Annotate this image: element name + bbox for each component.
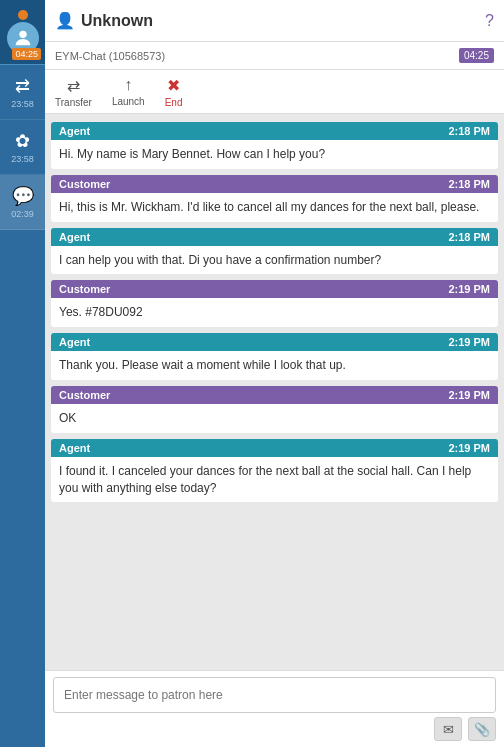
message-sender: Agent [59,442,90,454]
message-sender: Agent [59,125,90,137]
sidebar-item-chat[interactable]: 💬 02:39 [0,175,45,230]
agent-label-row: Agent2:18 PM [51,122,498,140]
header-right: ? [485,12,494,30]
message-time: 2:19 PM [448,442,490,454]
online-indicator [18,10,28,20]
message-block: Customer2:18 PMHi, this is Mr. Wickham. … [51,175,498,222]
customer-label-row: Customer2:19 PM [51,386,498,404]
chat-icon: 💬 [12,185,34,207]
agent-label-row: Agent2:18 PM [51,228,498,246]
message-text: Thank you. Please wait a moment while I … [51,351,498,380]
message-text: Hi, this is Mr. Wickham. I'd like to can… [51,193,498,222]
launch-button[interactable]: ↑ Launch [112,76,145,107]
message-text: Yes. #78DU092 [51,298,498,327]
message-text: I can help you with that. Di you have a … [51,246,498,275]
chat-area: Agent2:18 PMHi. My name is Mary Bennet. … [45,114,504,670]
sidebar-time-2: 23:58 [11,154,34,164]
input-area: ✉ 📎 [45,670,504,747]
message-block: Agent2:19 PMThank you. Please wait a mom… [51,333,498,380]
sidebar-time-1: 23:58 [11,99,34,109]
sidebar-item-transfer[interactable]: ⇄ 23:58 [0,65,45,120]
end-button[interactable]: ✖ End [165,76,183,108]
message-text: Hi. My name is Mary Bennet. How can I he… [51,140,498,169]
user-icon: 👤 [55,11,75,30]
launch-label: Launch [112,96,145,107]
message-time: 2:18 PM [448,231,490,243]
send-button[interactable]: ✉ [434,717,462,741]
message-block: Agent2:18 PMHi. My name is Mary Bennet. … [51,122,498,169]
transfer-label: Transfer [55,97,92,108]
sidebar-item-settings[interactable]: ✿ 23:58 [0,120,45,175]
message-time: 2:18 PM [448,125,490,137]
message-time: 2:19 PM [448,283,490,295]
settings-icon: ✿ [15,130,30,152]
attachment-button[interactable]: 📎 [468,717,496,741]
customer-label-row: Customer2:19 PM [51,280,498,298]
header-left: 👤 Unknown [55,11,153,30]
transfer-toolbar-icon: ⇄ [67,76,80,95]
chat-title: Unknown [81,12,153,30]
message-sender: Agent [59,336,90,348]
end-toolbar-icon: ✖ [167,76,180,95]
agent-label-row: Agent2:19 PM [51,333,498,351]
customer-label-row: Customer2:18 PM [51,175,498,193]
launch-toolbar-icon: ↑ [124,76,132,94]
message-sender: Customer [59,283,110,295]
message-text: OK [51,404,498,433]
toolbar: ⇄ Transfer ↑ Launch ✖ End [45,70,504,114]
chat-header: 👤 Unknown ? [45,0,504,42]
main-panel: 👤 Unknown ? EYM-Chat (10568573) 04:25 ⇄ … [45,0,504,747]
message-time: 2:19 PM [448,336,490,348]
message-time: 2:19 PM [448,389,490,401]
end-label: End [165,97,183,108]
message-text: I found it. I canceled your dances for t… [51,457,498,503]
transfer-icon: ⇄ [15,75,30,97]
sidebar-time-3: 02:39 [11,209,34,219]
message-block: Agent2:19 PMI found it. I canceled your … [51,439,498,503]
help-icon[interactable]: ? [485,12,494,30]
message-sender: Agent [59,231,90,243]
message-sender: Customer [59,389,110,401]
message-sender: Customer [59,178,110,190]
avatar-time-badge: 04:25 [12,48,41,60]
chat-session-time: 04:25 [459,48,494,63]
chat-session-label: EYM-Chat (10568573) [55,50,165,62]
message-block: Agent2:18 PMI can help you with that. Di… [51,228,498,275]
message-block: Customer2:19 PMYes. #78DU092 [51,280,498,327]
sidebar: 04:25 ⇄ 23:58 ✿ 23:58 💬 02:39 [0,0,45,747]
agent-label-row: Agent2:19 PM [51,439,498,457]
input-actions: ✉ 📎 [53,717,496,741]
message-input[interactable] [53,677,496,713]
message-time: 2:18 PM [448,178,490,190]
transfer-button[interactable]: ⇄ Transfer [55,76,92,108]
message-block: Customer2:19 PMOK [51,386,498,433]
sidebar-avatar-item[interactable]: 04:25 [0,0,45,65]
sub-header: EYM-Chat (10568573) 04:25 [45,42,504,70]
svg-point-0 [19,31,26,38]
